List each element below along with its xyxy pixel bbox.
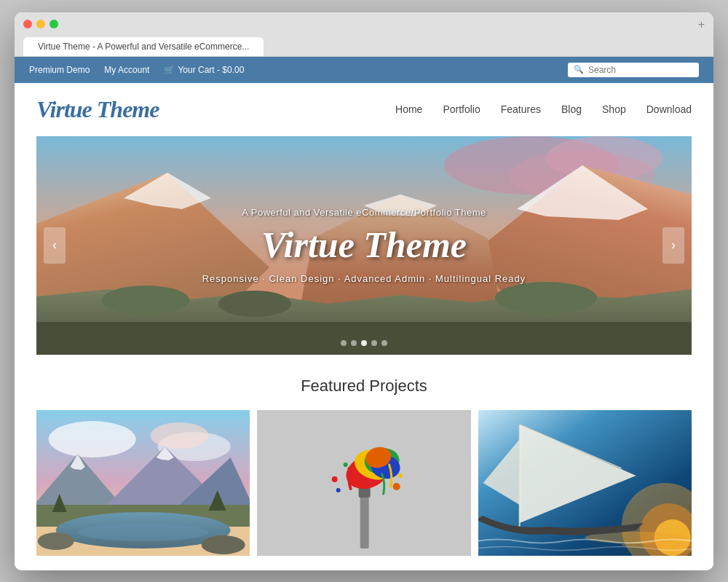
site-wrapper: Premium Demo My Account 🛒 Your Cart - $0… bbox=[15, 57, 713, 570]
search-bar: 🔍 bbox=[568, 63, 699, 77]
svg-point-26 bbox=[78, 524, 209, 541]
slider-prev-button[interactable]: ‹ bbox=[44, 227, 66, 264]
project-card-2[interactable] bbox=[257, 410, 470, 556]
svg-point-27 bbox=[38, 532, 74, 550]
nav-shop[interactable]: Shop bbox=[602, 103, 626, 115]
slider-wrapper: A Powerful and Versatile eCommerce/Portf… bbox=[15, 136, 713, 355]
nav-features[interactable]: Features bbox=[501, 103, 541, 115]
svg-point-42 bbox=[336, 488, 341, 492]
project-2-image bbox=[257, 410, 470, 556]
chevron-left-icon: ‹ bbox=[52, 237, 57, 253]
slider-subtitle: A Powerful and Versatile eCommerce/Portf… bbox=[242, 207, 486, 218]
search-icon: 🔍 bbox=[574, 65, 584, 74]
site-logo[interactable]: Virtue Theme bbox=[36, 96, 159, 123]
featured-section-title: Featured Projects bbox=[36, 377, 692, 396]
browser-window: + Virtue Theme - A Powerful and Versatil… bbox=[15, 12, 713, 570]
svg-point-16 bbox=[49, 421, 136, 457]
minimize-dot[interactable] bbox=[36, 20, 45, 28]
slider-dot-3[interactable] bbox=[361, 340, 367, 346]
maximize-dot[interactable] bbox=[50, 20, 58, 28]
premium-demo-link[interactable]: Premium Demo bbox=[29, 65, 90, 75]
project-1-image bbox=[36, 410, 250, 556]
svg-point-44 bbox=[344, 463, 348, 467]
svg-point-41 bbox=[398, 473, 403, 478]
slider-dots bbox=[341, 340, 387, 346]
tab-label: Virtue Theme - A Powerful and Versatile … bbox=[38, 42, 249, 52]
top-bar-left: Premium Demo My Account 🛒 Your Cart - $0… bbox=[29, 65, 244, 75]
cart-label: Your Cart - $0.00 bbox=[178, 65, 244, 75]
slider-next-button[interactable]: › bbox=[662, 227, 684, 264]
slider-dot-1[interactable] bbox=[341, 340, 347, 346]
nav-home[interactable]: Home bbox=[395, 103, 422, 115]
slider-description: Responsive · Clean Design · Advanced Adm… bbox=[202, 273, 526, 284]
svg-point-43 bbox=[393, 483, 400, 490]
main-header: Virtue Theme Home Portfolio Features Blo… bbox=[15, 83, 713, 136]
nav-download[interactable]: Download bbox=[646, 103, 692, 115]
nav-portfolio[interactable]: Portfolio bbox=[443, 103, 480, 115]
browser-tab[interactable]: Virtue Theme - A Powerful and Versatile … bbox=[23, 37, 264, 56]
cart-icon: 🛒 bbox=[164, 65, 175, 75]
svg-point-28 bbox=[202, 535, 245, 554]
hero-slider: A Powerful and Versatile eCommerce/Portf… bbox=[36, 136, 692, 355]
svg-point-18 bbox=[151, 422, 209, 449]
top-bar: Premium Demo My Account 🛒 Your Cart - $0… bbox=[15, 57, 713, 83]
slider-dot-5[interactable] bbox=[381, 340, 387, 346]
browser-chrome: + Virtue Theme - A Powerful and Versatil… bbox=[15, 12, 713, 57]
new-tab-button[interactable]: + bbox=[698, 18, 705, 31]
slider-dot-4[interactable] bbox=[371, 340, 377, 346]
my-account-link[interactable]: My Account bbox=[104, 65, 149, 75]
slider-overlay: A Powerful and Versatile eCommerce/Portf… bbox=[36, 136, 692, 355]
main-nav: Home Portfolio Features Blog Shop Downlo… bbox=[395, 103, 692, 115]
projects-grid bbox=[36, 410, 692, 556]
svg-rect-32 bbox=[360, 490, 369, 548]
svg-point-40 bbox=[332, 476, 338, 482]
project-card-3[interactable] bbox=[478, 410, 692, 556]
project-card-1[interactable] bbox=[36, 410, 250, 556]
nav-blog[interactable]: Blog bbox=[561, 103, 582, 115]
slider-dot-2[interactable] bbox=[351, 340, 357, 346]
project-3-image bbox=[478, 410, 692, 556]
slider-title: Virtue Theme bbox=[261, 224, 467, 266]
close-dot[interactable] bbox=[23, 20, 32, 28]
cart-link[interactable]: 🛒 Your Cart - $0.00 bbox=[164, 65, 244, 75]
search-input[interactable] bbox=[588, 65, 690, 75]
browser-dots bbox=[23, 20, 58, 28]
featured-section: Featured Projects bbox=[15, 355, 713, 570]
chevron-right-icon: › bbox=[671, 237, 676, 253]
